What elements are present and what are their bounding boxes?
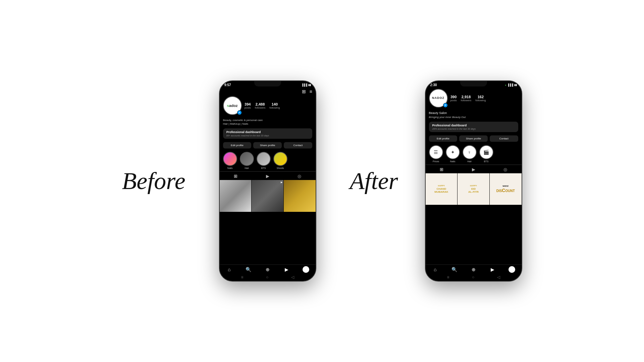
highlight-hair[interactable]: Hair bbox=[240, 152, 254, 169]
after-grid-cell-1: HAPPY CHANDMUBARAK bbox=[426, 173, 458, 205]
grid-tab[interactable]: ⊞ bbox=[220, 174, 252, 179]
after-grid-text-3b: DISCOUNT bbox=[496, 188, 515, 193]
grid-cell-2: ▶ bbox=[252, 180, 283, 212]
after-add-nav[interactable]: ⊕ bbox=[464, 267, 483, 272]
after-posts-count: 390 bbox=[450, 95, 457, 99]
prices-icon: ☰ bbox=[434, 149, 438, 155]
after-phone-notch bbox=[460, 81, 487, 86]
share-profile-button[interactable]: Share profile bbox=[253, 142, 282, 148]
bottom-nav: ⌂ 🔍 ⊕ ▶ bbox=[220, 264, 316, 274]
after-grid-tab[interactable]: ⊞ bbox=[426, 167, 458, 172]
followers-label: followers bbox=[255, 106, 266, 109]
stats-row: 394 posts 2,488 followers 140 following bbox=[245, 102, 280, 109]
phone-notch bbox=[254, 81, 281, 86]
menu-sys-btn[interactable]: ≡ bbox=[241, 275, 243, 280]
after-menu-sys-btn[interactable]: ≡ bbox=[447, 275, 449, 280]
hair-icon: ♀ bbox=[468, 149, 471, 155]
after-avatar-wrap: NADOZ + bbox=[429, 89, 448, 108]
profile-row: Nadoz + 394 posts 2,488 followers bbox=[223, 96, 312, 115]
after-grid-text-1a: HAPPY bbox=[438, 185, 445, 187]
after-bio-line2: Bringing your inner Beauty Out. bbox=[429, 115, 518, 119]
highlight-bts[interactable]: BTS bbox=[257, 152, 271, 169]
after-highlight-prices[interactable]: ☰ Prices bbox=[429, 145, 443, 163]
battery-icon: ▮▮ bbox=[308, 83, 311, 86]
after-highlight-circle-bts: 🎬 bbox=[479, 145, 493, 159]
after-grid-text-3a: NADOZ bbox=[502, 185, 508, 187]
after-status-icons: ● ▐▐▐ ▮▮ bbox=[505, 83, 517, 86]
bio-line2: Hair | MaKeup | Nails bbox=[223, 122, 312, 126]
after-content-tab-bar: ⊞ ▶ ◎ bbox=[426, 165, 522, 173]
after-phone: 2:30 ● ▐▐▐ ▮▮ NADOZ + bbox=[425, 80, 522, 282]
after-photo-grid: HAPPY CHANDMUBARAK HAPPY EIDAL-FITR NADO… bbox=[426, 173, 522, 264]
after-followers-stat: 2,918 followers bbox=[461, 95, 472, 102]
status-icons: ▐▐▐ ▮▮ bbox=[302, 83, 311, 86]
after-profile-nav[interactable] bbox=[502, 266, 521, 273]
profile-header: ⊞ ≡ Nadoz + 394 bbox=[220, 87, 316, 118]
highlight-nails[interactable]: Nails bbox=[223, 152, 237, 169]
after-highlight-label-hair: Hair bbox=[467, 160, 472, 163]
after-avatar-logo: NADOZ bbox=[432, 97, 444, 100]
reels-nav[interactable]: ▶ bbox=[277, 267, 296, 272]
after-dashboard-subtitle: 28% accounts reached in the last 30 days bbox=[432, 128, 515, 130]
following-label: following bbox=[269, 106, 280, 109]
add-story-button[interactable]: + bbox=[237, 110, 242, 115]
professional-dashboard: Professional dashboard 84+ accounts reac… bbox=[223, 128, 312, 139]
after-followers-label: followers bbox=[461, 99, 472, 102]
highlight-shoots[interactable]: Shoots bbox=[273, 152, 287, 169]
menu-icon[interactable]: ≡ bbox=[309, 89, 312, 94]
after-label: After bbox=[350, 167, 398, 195]
edit-profile-button[interactable]: Edit profile bbox=[223, 142, 252, 148]
content-tab-bar: ⊞ ▶ ◎ bbox=[220, 171, 316, 180]
profile-nav[interactable] bbox=[296, 266, 315, 273]
after-reels-tab[interactable]: ▶ bbox=[458, 167, 489, 172]
after-back-sys-btn[interactable]: ◁ bbox=[497, 275, 500, 280]
plus-square-icon[interactable]: ⊞ bbox=[302, 89, 306, 94]
after-grid-text-1b: CHANDMUBARAK bbox=[434, 187, 448, 193]
after-highlight-hair[interactable]: ♀ Hair bbox=[463, 145, 477, 163]
after-search-nav[interactable]: 🔍 bbox=[445, 267, 464, 272]
after-home-nav[interactable]: ⌂ bbox=[426, 267, 445, 272]
home-nav[interactable]: ⌂ bbox=[220, 267, 239, 272]
status-time: 9:57 bbox=[224, 83, 231, 87]
after-highlight-bts[interactable]: 🎬 BTS bbox=[479, 145, 493, 163]
after-highlight-circle-prices: ☰ bbox=[429, 145, 443, 159]
reels-tab[interactable]: ▶ bbox=[252, 174, 283, 179]
after-bottom-nav: ⌂ 🔍 ⊕ ▶ bbox=[426, 264, 522, 274]
highlights-row: Nails Hair BTS Shoots bbox=[220, 150, 316, 171]
followers-count: 2,488 bbox=[255, 102, 266, 106]
tagged-tab[interactable]: ◎ bbox=[283, 174, 315, 179]
highlight-label-shoots: Shoots bbox=[277, 167, 284, 169]
signal-icon: ▐▐▐ bbox=[302, 83, 307, 86]
after-tagged-tab[interactable]: ◎ bbox=[489, 167, 521, 172]
after-edit-profile-button[interactable]: Edit profile bbox=[429, 135, 458, 142]
after-reels-nav[interactable]: ▶ bbox=[483, 267, 502, 272]
after-grid-text-2b: EIDAL-FITR bbox=[468, 187, 479, 193]
after-home-sys-btn[interactable]: ○ bbox=[472, 275, 474, 280]
contact-button[interactable]: Contact bbox=[284, 142, 312, 148]
after-contact-button[interactable]: Contact bbox=[490, 135, 518, 142]
action-buttons: Edit profile Share profile Contact bbox=[220, 140, 316, 150]
after-share-profile-button[interactable]: Share profile bbox=[459, 135, 488, 142]
top-icons: ⊞ ≡ bbox=[223, 89, 312, 94]
after-highlight-label-nails: Nails bbox=[450, 160, 455, 163]
dashboard-title: Professional dashboard bbox=[226, 130, 309, 134]
after-grid-cell-3: NADOZ DISCOUNT bbox=[490, 173, 522, 205]
after-highlight-nails[interactable]: ✦ Nails bbox=[446, 145, 460, 163]
bts-icon: 🎬 bbox=[483, 149, 489, 155]
after-posts-stat: 390 posts bbox=[450, 95, 457, 102]
after-grid-text-2a: HAPPY bbox=[470, 185, 477, 187]
after-followers-count: 2,918 bbox=[461, 95, 472, 99]
back-sys-btn[interactable]: ◁ bbox=[291, 275, 294, 280]
home-sys-btn[interactable]: ○ bbox=[266, 275, 268, 280]
after-nav-avatar bbox=[508, 266, 515, 273]
posts-count: 394 bbox=[245, 102, 251, 106]
nav-avatar bbox=[303, 266, 309, 273]
highlight-circle-bts bbox=[257, 152, 271, 166]
after-add-story-button[interactable]: + bbox=[443, 103, 448, 108]
system-nav: ≡ ○ ◁ bbox=[220, 274, 316, 281]
add-nav[interactable]: ⊕ bbox=[258, 267, 277, 272]
after-highlights-row: ☰ Prices ✦ Nails ♀ Hair bbox=[426, 144, 522, 165]
after-action-buttons: Edit profile Share profile Contact bbox=[426, 133, 522, 144]
search-nav[interactable]: 🔍 bbox=[239, 267, 258, 272]
after-highlight-label-prices: Prices bbox=[433, 160, 439, 163]
